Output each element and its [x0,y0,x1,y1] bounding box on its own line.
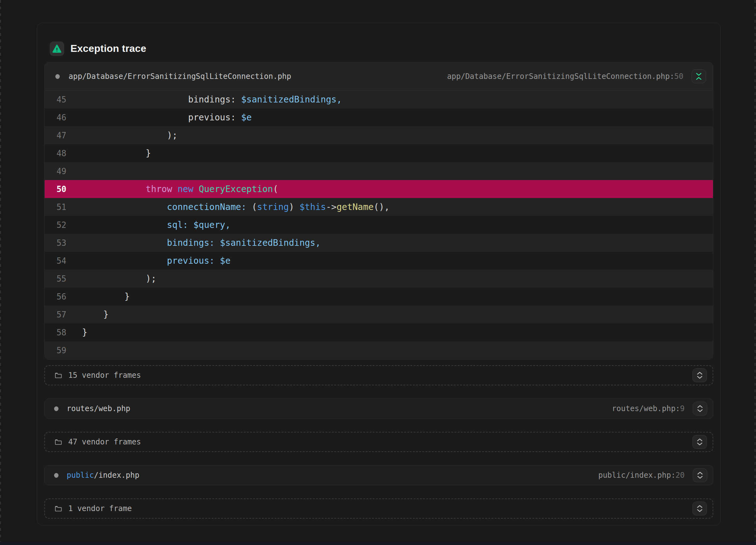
chevrons-expand-icon [696,438,704,446]
code-text: sql: $query, [75,220,231,230]
line-number: 49 [45,167,75,176]
folder-icon [54,372,62,379]
chevrons-expand-icon [696,504,704,513]
folder-icon [54,438,62,445]
code-line: 45 bindings: $sanitizedBindings, [45,91,713,109]
chevrons-collapse-icon [695,72,703,81]
code-text: previous: $e [75,112,252,123]
vendor-frames-row[interactable]: 1 vendor frame [44,498,713,519]
line-number: 45 [45,95,75,104]
expand-frames-button[interactable] [692,435,707,449]
frame-filename: routes/web.php [67,404,130,413]
vendor-frames-label: 47 vendor frames [68,437,141,446]
line-number: 58 [45,328,75,337]
code-text: } [75,148,151,159]
exception-trace-card: Exception trace app/Database/ErrorSaniti… [37,23,721,526]
file-frame-row[interactable]: routes/web.phproutes/web.php:9 [44,398,713,419]
code-line: 55 ); [45,270,713,287]
code-text: ); [75,130,177,141]
code-text: bindings: $sanitizedBindings, [75,238,321,248]
page-edge-dashed-line-right [755,0,755,545]
frame-dot-icon [54,473,58,478]
frame-location: public/index.php:20 [598,471,685,480]
frames-list: 15 vendor framesroutes/web.phproutes/web… [44,365,713,519]
line-number: 56 [45,292,75,301]
code-text: bindings: $sanitizedBindings, [75,94,342,105]
frame-dot-icon [55,74,60,79]
line-number: 57 [45,310,75,319]
vendor-frames-row[interactable]: 47 vendor frames [44,432,713,452]
open-frame-filename: app/Database/ErrorSanitizingSqlLiteConne… [69,72,291,81]
page-title: Exception trace [70,43,146,54]
code-text: } [75,291,130,302]
code-line: 57 } [45,305,713,323]
code-text: previous: $e [75,256,231,266]
code-text: } [75,327,87,337]
code-line: 58} [45,323,713,341]
page-edge-dashed-line-left [0,0,1,545]
open-frame-panel: app/Database/ErrorSanitizingSqlLiteConne… [44,62,713,359]
line-number: 53 [45,238,75,248]
open-frame-location: app/Database/ErrorSanitizingSqlLiteConne… [447,72,683,81]
code-line: 49 [45,162,713,180]
vendor-frames-label: 1 vendor frame [68,504,132,513]
line-number: 47 [45,131,75,140]
expand-frames-button[interactable] [692,502,707,515]
chevrons-expand-icon [696,371,704,379]
bottom-strip [0,542,756,545]
line-number: 52 [45,220,75,230]
frame-location: routes/web.php:9 [612,404,685,413]
line-number: 55 [45,274,75,283]
expand-frame-button[interactable] [693,468,707,482]
line-number: 48 [45,149,75,158]
code-line: 59 [45,341,713,359]
line-number: 59 [45,346,75,355]
chevrons-expand-icon [696,471,704,479]
code-line: 46 previous: $e [45,109,713,126]
open-frame-header[interactable]: app/Database/ErrorSanitizingSqlLiteConne… [45,63,713,91]
frame-dot-icon [54,406,58,411]
card-header: Exception trace [44,23,713,62]
chevrons-expand-icon [696,404,704,413]
expand-frames-button[interactable] [692,368,707,382]
code-text: } [75,309,108,320]
line-number: 46 [45,113,75,122]
code-line: 53 bindings: $sanitizedBindings, [45,234,713,252]
code-line: 52 sql: $query, [45,216,713,234]
code-lines: 45 bindings: $sanitizedBindings,46 previ… [45,91,713,359]
code-line: 54 previous: $e [45,252,713,270]
code-text: connectionName: (string) $this->getName(… [75,202,390,212]
vendor-frames-label: 15 vendor frames [68,371,141,380]
frame-line-number: 20 [675,471,685,480]
expand-frame-button[interactable] [693,402,707,415]
vendor-frames-row[interactable]: 15 vendor frames [44,365,713,385]
code-text: ); [75,273,156,284]
code-line: 56 } [45,287,713,305]
line-number: 54 [45,256,75,266]
open-frame-line-number: 50 [674,72,683,81]
warning-triangle-icon [52,44,62,53]
code-line: 47 ); [45,126,713,144]
collapse-frame-button[interactable] [692,70,706,83]
code-line: 48 } [45,144,713,162]
file-frame-row[interactable]: public/index.phppublic/index.php:20 [44,465,713,485]
warning-badge [50,42,64,56]
code-text: throw new QueryException( [75,184,278,194]
folder-icon [54,505,62,512]
line-number: 50 [45,185,75,194]
frame-line-number: 9 [680,404,685,413]
code-line: 51 connectionName: (string) $this->getNa… [45,198,713,216]
frame-filename: public/index.php [67,471,139,480]
code-line-highlighted: 50 throw new QueryException( [45,180,713,198]
line-number: 51 [45,203,75,212]
